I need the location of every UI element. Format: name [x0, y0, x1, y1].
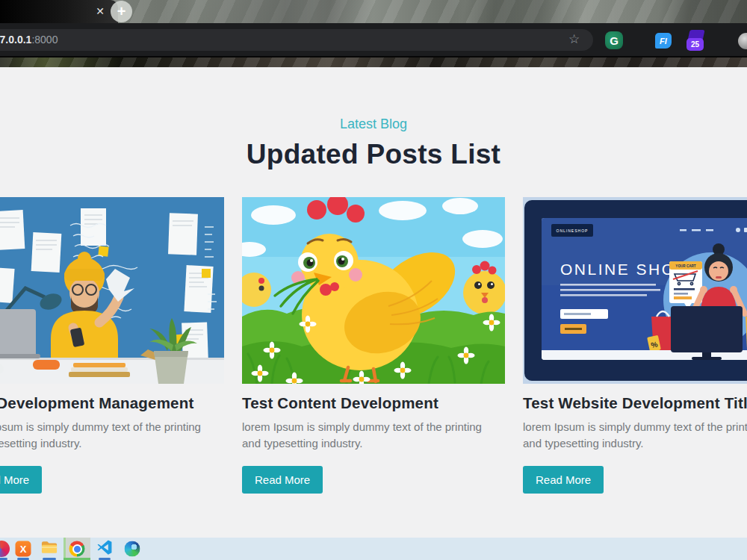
page-title: Updated Posts List	[0, 139, 747, 170]
chrome-icon	[69, 541, 85, 557]
browser-toolbar: 127.0.0.1:8000 ☆ G FI 25	[0, 23, 747, 57]
blog-cards-row: Test Development Management lorem Ipsum …	[0, 197, 747, 494]
taskbar-item-vscode[interactable]	[91, 538, 118, 560]
blog-card-description: lorem Ipsum is simply dummy text of the …	[242, 419, 492, 452]
blog-card-description: lorem Ipsum is simply dummy text of the …	[0, 419, 211, 452]
profile-avatar-icon[interactable]	[738, 33, 747, 49]
shop-logo-text: ONLINESHOP	[557, 228, 589, 233]
read-more-button[interactable]: Read More	[523, 466, 604, 494]
app-icon	[0, 541, 10, 557]
url-text: 127.0.0.1:8000	[0, 34, 58, 46]
shop-cart-title-text: YOUR CART	[675, 264, 696, 268]
edge-icon	[125, 541, 140, 557]
purple-extension-badge: 25	[686, 38, 704, 51]
taskbar-item-chrome[interactable]	[63, 538, 90, 560]
section-eyebrow: Latest Blog	[0, 67, 747, 132]
blog-card-title: Test Content Development	[242, 394, 505, 412]
browser-tab[interactable]: ✕	[0, 0, 118, 23]
url-port: :8000	[31, 34, 58, 46]
blog-card: Test Development Management lorem Ipsum …	[0, 197, 224, 494]
taskbar-item-edge[interactable]	[119, 538, 146, 560]
read-more-button[interactable]: Read More	[0, 466, 42, 494]
blog-card-title: Test Website Development Title	[523, 394, 747, 412]
blog-section: Latest Blog Updated Posts List	[0, 67, 747, 538]
xampp-icon: X	[16, 541, 31, 557]
browser-tab-strip: ✕ +	[0, 0, 747, 23]
blog-card-title: Test Development Management	[0, 394, 224, 412]
blog-card-image-online-shop: ONLINESHOP ONLINE SHOP	[523, 197, 747, 384]
read-more-button[interactable]: Read More	[242, 466, 323, 494]
taskbar-item-xampp[interactable]: X	[10, 538, 37, 560]
bookmark-star-icon[interactable]: ☆	[568, 31, 580, 47]
active-window-bar	[63, 538, 66, 560]
blog-card: ONLINESHOP ONLINE SHOP	[523, 197, 747, 494]
grammarly-extension-icon[interactable]: G	[605, 31, 623, 49]
blog-card: Test Content Development lorem Ipsum is …	[242, 197, 505, 494]
blog-card-image-chicken	[242, 197, 505, 384]
purple-extension-icon[interactable]: 25	[686, 30, 706, 51]
vscode-icon	[97, 540, 113, 559]
tab-close-icon[interactable]: ✕	[96, 4, 105, 18]
taskbar-item-file-explorer[interactable]	[36, 538, 63, 560]
blog-card-image-desk	[0, 197, 224, 384]
file-explorer-icon	[41, 541, 58, 558]
shop-headline-text: ONLINE SHOP	[560, 261, 688, 278]
taskbar: X	[0, 538, 747, 560]
url-host: 127.0.0.1	[0, 34, 31, 46]
address-bar[interactable]	[0, 29, 593, 51]
blog-card-description: lorem Ipsum is simply dummy text of the …	[523, 419, 747, 452]
fi-extension-icon[interactable]: FI	[655, 33, 672, 49]
screen: ✕ + 127.0.0.1:8000 ☆ G FI 25 Latest Blog…	[0, 0, 747, 560]
page-hero-image-strip	[0, 57, 747, 67]
new-tab-icon[interactable]: +	[111, 1, 132, 22]
